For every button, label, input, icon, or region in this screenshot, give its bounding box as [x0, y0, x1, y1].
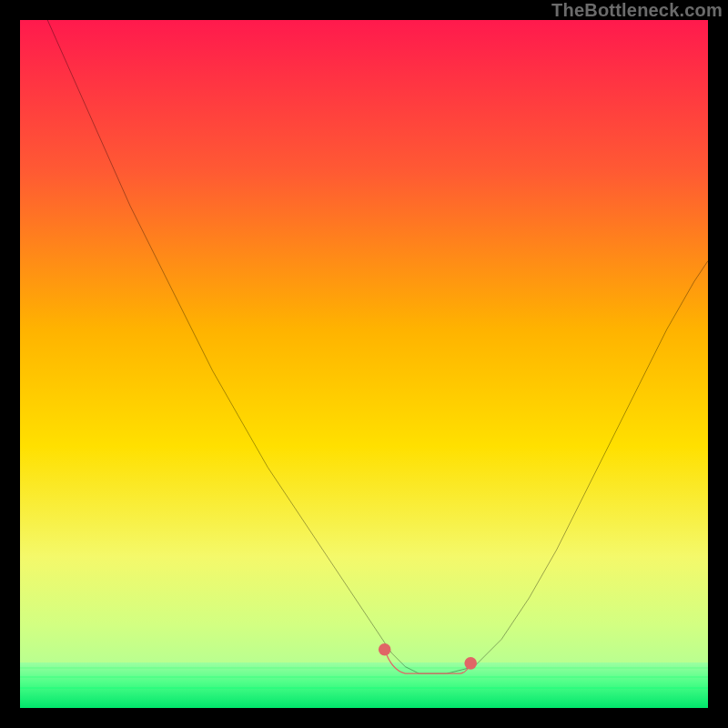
watermark-text: TheBottleneck.com [551, 0, 723, 21]
bottleneck-curve [20, 20, 708, 708]
curve-path [47, 20, 708, 673]
flat-region-marker [385, 650, 471, 673]
flat-region-start-dot [379, 643, 391, 656]
plot-area [20, 20, 708, 708]
flat-region-end-dot [464, 657, 477, 670]
chart-frame [20, 20, 708, 708]
